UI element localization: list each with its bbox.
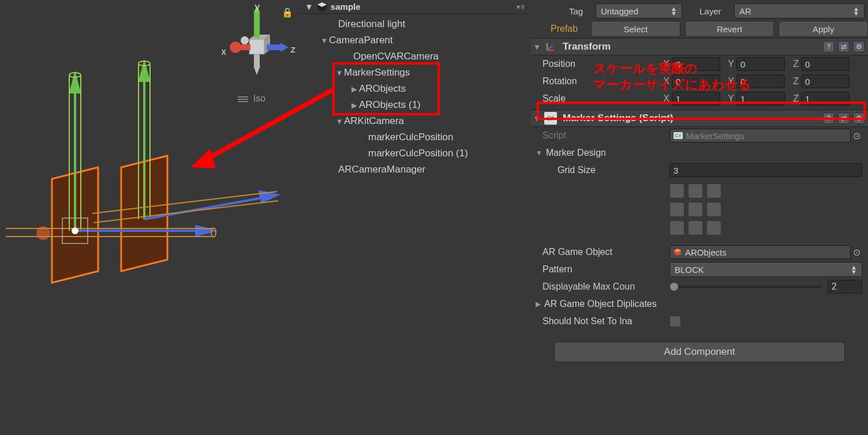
should-not-set-inactive-label: Should Not Set To Ina	[542, 316, 669, 327]
foldout-arrow-icon[interactable]: ▼	[533, 114, 541, 123]
slider-knob[interactable]	[669, 282, 679, 291]
position-x-input[interactable]	[672, 57, 720, 71]
foldout-arrow-icon[interactable]: ▶	[350, 101, 359, 110]
displayable-slider[interactable]	[669, 286, 822, 288]
transform-position-row: Position X Y Z	[531, 55, 868, 73]
pattern-cell[interactable]	[669, 183, 684, 198]
foldout-arrow-icon[interactable]: ▼	[536, 149, 542, 157]
displayable-max-count-label: Displayable Max Coun	[542, 282, 669, 292]
rotation-z-input[interactable]	[801, 74, 850, 88]
ar-game-object-field[interactable]: ARObjects	[669, 245, 851, 259]
csharp-icon: C#	[674, 132, 683, 139]
help-icon[interactable]: ?	[823, 112, 835, 124]
rotation-label: Rotation	[542, 76, 658, 87]
pattern-cell[interactable]	[669, 202, 684, 217]
foldout-arrow-icon[interactable]: ▶	[536, 300, 541, 308]
pattern-cell[interactable]	[706, 183, 721, 198]
tag-label: Tag	[569, 6, 590, 16]
help-icon[interactable]: ?	[823, 41, 835, 52]
scene-objects	[0, 58, 289, 300]
svg-line-35	[92, 192, 277, 213]
hierarchy-item-ar-camera-manager[interactable]: ARCameraManager	[300, 162, 530, 178]
dropdown-arrows-icon: ▲▼	[671, 6, 677, 16]
inspector-panel[interactable]: Tag Untagged ▲▼ Layer AR ▲▼ Prefab Selec…	[531, 0, 868, 435]
ar-game-object-row: AR Game Object ARObjects ⊙	[531, 243, 868, 261]
marker-settings-section-header[interactable]: ▼ C# Marker Settings (Script) ? ⇄ ⚙	[531, 110, 868, 127]
pattern-cell[interactable]	[688, 202, 703, 217]
csharp-script-icon: C#	[544, 112, 557, 125]
ar-game-object-duplicates-foldout[interactable]: ▶ AR Game Object Diplicates	[531, 295, 868, 313]
svg-marker-9	[280, 43, 289, 52]
y-label: Y	[723, 59, 734, 69]
displayable-value[interactable]: 2	[828, 280, 862, 294]
pattern-cell[interactable]	[669, 220, 684, 235]
should-not-set-inactive-row: Should Not Set To Ina	[531, 313, 868, 330]
position-label: Position	[542, 59, 658, 69]
lock-icon[interactable]: 🔒	[282, 7, 293, 18]
gear-icon[interactable]: ⚙	[853, 112, 865, 124]
hierarchy-panel[interactable]: ▼ sample ▾≡ Directional light ▼CameraPar…	[300, 0, 530, 435]
gear-icon[interactable]: ⚙	[853, 41, 865, 52]
object-picker-icon[interactable]: ⊙	[851, 130, 862, 141]
foldout-arrow-icon[interactable]: ▼	[305, 2, 313, 12]
grid-size-input[interactable]	[669, 163, 862, 177]
hierarchy-tree[interactable]: Directional light ▼CameraParent OpenCVAR…	[300, 14, 530, 178]
prefab-apply-button[interactable]: Apply	[779, 21, 868, 37]
grid-size-row: Grid Size	[531, 162, 868, 179]
hierarchy-header[interactable]: ▼ sample ▾≡	[300, 0, 530, 14]
pattern-cell[interactable]	[706, 220, 721, 235]
svg-point-11	[241, 36, 249, 44]
grid-size-label: Grid Size	[558, 165, 669, 175]
foldout-arrow-icon[interactable]: ▶	[350, 85, 359, 93]
hierarchy-item-opencv-ar-camera[interactable]: OpenCVARCamera	[300, 48, 530, 65]
object-picker-icon[interactable]: ⊙	[851, 247, 862, 258]
layer-dropdown[interactable]: AR ▲▼	[734, 3, 865, 18]
foldout-arrow-icon[interactable]: ▼	[335, 69, 344, 77]
script-object-field: C# MarkerSettings	[669, 129, 851, 142]
svg-line-48	[547, 46, 553, 50]
preset-icon[interactable]: ⇄	[838, 41, 850, 52]
transform-section-header[interactable]: ▼ Transform ? ⇄ ⚙	[531, 38, 868, 55]
scale-z-input[interactable]	[801, 92, 850, 106]
panel-menu-icon[interactable]: ▾≡	[517, 3, 525, 11]
hierarchy-item-ar-objects[interactable]: ▶ARObjects	[300, 81, 530, 97]
z-label: Z	[787, 59, 799, 69]
rotation-y-input[interactable]	[736, 74, 785, 88]
svg-point-34	[211, 228, 216, 237]
hierarchy-item-marker-settings[interactable]: ▼MarkerSettings	[300, 65, 530, 81]
prefab-select-button[interactable]: Select	[591, 21, 680, 37]
transform-rotation-row: Rotation X Y Z	[531, 73, 868, 90]
foldout-arrow-icon[interactable]: ▼	[335, 117, 344, 126]
hierarchy-item-camera-parent[interactable]: ▼CameraParent	[300, 32, 530, 48]
pattern-cell[interactable]	[706, 202, 721, 217]
foldout-arrow-icon[interactable]: ▼	[320, 36, 329, 45]
preset-icon[interactable]: ⇄	[838, 112, 850, 124]
hierarchy-item-arkit-camera[interactable]: ▼ARKitCamera	[300, 113, 530, 129]
position-z-input[interactable]	[801, 57, 850, 71]
scene-name: sample	[331, 2, 361, 12]
scene-viewport[interactable]: x y z 🔒 Iso	[0, 0, 299, 435]
hierarchy-item-directional-light[interactable]: Directional light	[300, 16, 530, 32]
tag-dropdown[interactable]: Untagged ▲▼	[596, 3, 682, 18]
scene-view-panel[interactable]: x y z 🔒 Iso	[0, 0, 299, 435]
script-field-row: Script C# MarkerSettings ⊙	[531, 127, 868, 144]
marker-design-foldout[interactable]: ▼ Marker Design	[531, 144, 868, 162]
foldout-arrow-icon[interactable]: ▼	[533, 43, 541, 51]
scale-y-input[interactable]	[736, 92, 785, 106]
position-y-input[interactable]	[736, 57, 785, 71]
should-not-set-inactive-checkbox[interactable]	[669, 316, 681, 327]
add-component-button[interactable]: Add Component	[554, 342, 845, 362]
pattern-dropdown[interactable]: BLOCK ▲▼	[669, 262, 862, 277]
hierarchy-item-ar-objects-1[interactable]: ▶ARObjects (1)	[300, 97, 530, 113]
rotation-x-input[interactable]	[672, 74, 720, 88]
hierarchy-item-marker-culc-position[interactable]: markerCulcPosition	[300, 129, 530, 145]
axis-z-label: z	[291, 44, 296, 55]
pattern-cell[interactable]	[688, 220, 703, 235]
scale-x-input[interactable]	[672, 92, 720, 106]
prefab-revert-button[interactable]: Revert	[685, 21, 775, 37]
script-label: Script	[542, 130, 669, 141]
tag-value: Untagged	[601, 6, 638, 16]
prefab-label: Prefab	[551, 24, 586, 34]
hierarchy-item-marker-culc-position-1[interactable]: markerCulcPosition (1)	[300, 145, 530, 162]
pattern-cell[interactable]	[688, 183, 703, 198]
